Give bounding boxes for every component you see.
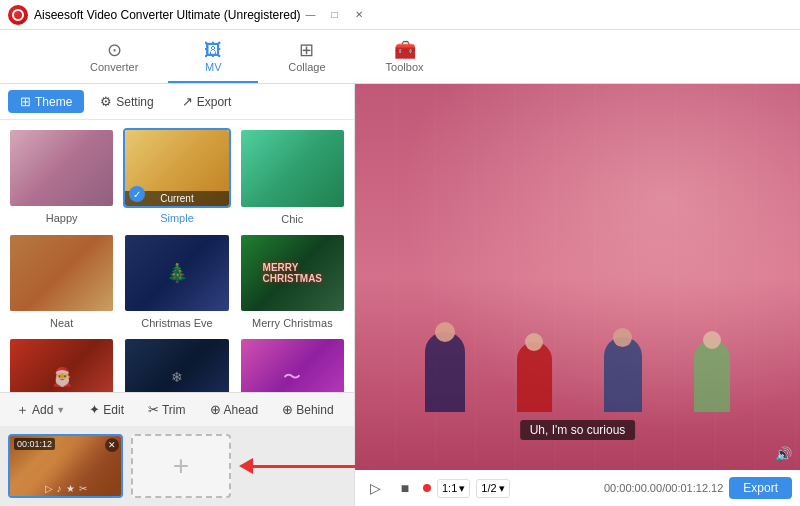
timeline: 00:01:12 ▷ ♪ ★ ✂ ✕ + bbox=[0, 426, 354, 506]
star-clip-icon: ★ bbox=[66, 483, 75, 494]
ratio-dropdown-2: ▾ bbox=[499, 482, 505, 495]
app-logo bbox=[8, 5, 28, 25]
edit-icon: ✦ bbox=[89, 402, 100, 417]
toolbox-icon: 🧰 bbox=[394, 41, 416, 59]
tab-mv-label: MV bbox=[205, 61, 222, 73]
timeline-clip[interactable]: 00:01:12 ▷ ♪ ★ ✂ ✕ bbox=[8, 434, 123, 498]
theme-thumb-stripes-waves: 〜 bbox=[239, 337, 346, 392]
clip-time: 00:01:12 bbox=[14, 438, 55, 450]
add-label: Add bbox=[32, 403, 53, 417]
tab-toolbox-label: Toolbox bbox=[386, 61, 424, 73]
add-clip-button[interactable]: + bbox=[131, 434, 231, 498]
add-plus-icon: + bbox=[173, 452, 189, 480]
current-time: 00:00:00.00 bbox=[604, 482, 662, 494]
theme-item-christmas-eve[interactable]: 🎄 Christmas Eve bbox=[123, 233, 230, 330]
volume-icon: 🔊 bbox=[775, 446, 792, 462]
tab-toolbox[interactable]: 🧰 Toolbox bbox=[356, 35, 454, 83]
video-subtitle: Uh, I'm so curious bbox=[520, 420, 636, 440]
video-controls: ▷ ■ 1:1 ▾ 1/2 ▾ 00:00:00.00/00:01:12.12 … bbox=[355, 470, 800, 506]
video-scene bbox=[355, 84, 800, 470]
titlebar: Aiseesoft Video Converter Ultimate (Unre… bbox=[0, 0, 800, 30]
trim-label: Trim bbox=[162, 403, 186, 417]
tab-collage-label: Collage bbox=[288, 61, 325, 73]
theme-label-neat: Neat bbox=[50, 317, 73, 329]
time-display: 00:00:00.00/00:01:12.12 bbox=[516, 482, 724, 494]
theme-label-simple: Simple bbox=[160, 212, 194, 224]
converter-icon: ⊙ bbox=[107, 41, 122, 59]
theme-grid: Happy Current ✓ Simple Chic bbox=[0, 120, 354, 392]
theme-thumb-neat bbox=[8, 233, 115, 313]
edit-label: Edit bbox=[103, 403, 124, 417]
play-button[interactable]: ▷ bbox=[363, 476, 387, 500]
theme-label-merry-christmas: Merry Christmas bbox=[252, 317, 333, 329]
window-controls: — □ ✕ bbox=[301, 5, 369, 25]
subtab-setting[interactable]: ⚙ Setting bbox=[88, 90, 165, 113]
theme-thumb-happy bbox=[8, 128, 115, 208]
arrow-head bbox=[239, 458, 253, 474]
play-clip-icon: ▷ bbox=[45, 483, 53, 494]
subtab-export[interactable]: ↗ Export bbox=[170, 90, 244, 113]
ratio-select-2[interactable]: 1/2 ▾ bbox=[476, 479, 509, 498]
theme-item-santa-claus[interactable]: 🎅 Santa Claus bbox=[8, 337, 115, 392]
maximize-button[interactable]: □ bbox=[325, 5, 345, 25]
theme-thumb-santa-claus: 🎅 bbox=[8, 337, 115, 392]
left-panel: ⊞ Theme ⚙ Setting ↗ Export Happy bbox=[0, 84, 355, 506]
main-content: ⊞ Theme ⚙ Setting ↗ Export Happy bbox=[0, 84, 800, 506]
app-title: Aiseesoft Video Converter Ultimate (Unre… bbox=[34, 8, 301, 22]
behind-label: Behind bbox=[296, 403, 333, 417]
total-time: 00:01:12.12 bbox=[665, 482, 723, 494]
add-dropdown-arrow: ▼ bbox=[56, 405, 65, 415]
video-preview: Uh, I'm so curious 🔊 bbox=[355, 84, 800, 470]
theme-label-happy: Happy bbox=[46, 212, 78, 224]
theme-thumb-chic bbox=[239, 128, 346, 209]
ahead-label: Ahead bbox=[224, 403, 259, 417]
theme-grid-icon: ⊞ bbox=[20, 94, 31, 109]
theme-item-chic[interactable]: Chic bbox=[239, 128, 346, 225]
behind-button[interactable]: ⊕ Behind bbox=[274, 398, 341, 421]
theme-item-neat[interactable]: Neat bbox=[8, 233, 115, 330]
ratio-select-1[interactable]: 1:1 ▾ bbox=[437, 479, 470, 498]
ratio-value-2: 1/2 bbox=[481, 482, 496, 494]
export-button[interactable]: Export bbox=[729, 477, 792, 499]
tab-collage[interactable]: ⊞ Collage bbox=[258, 35, 355, 83]
tab-converter-label: Converter bbox=[90, 61, 138, 73]
theme-label-chic: Chic bbox=[281, 213, 303, 225]
theme-item-merry-christmas[interactable]: MERRYCHRISTMAS Merry Christmas bbox=[239, 233, 346, 330]
ahead-button[interactable]: ⊕ Ahead bbox=[202, 398, 267, 421]
theme-item-happy[interactable]: Happy bbox=[8, 128, 115, 225]
theme-item-simple[interactable]: Current ✓ Simple bbox=[123, 128, 230, 225]
video-background: Uh, I'm so curious 🔊 bbox=[355, 84, 800, 470]
edit-button[interactable]: ✦ Edit bbox=[81, 398, 132, 421]
ahead-icon: ⊕ bbox=[210, 402, 221, 417]
music-clip-icon: ♪ bbox=[57, 483, 62, 494]
right-panel: Uh, I'm so curious 🔊 ▷ ■ 1:1 ▾ 1/2 ▾ 00:… bbox=[355, 84, 800, 506]
record-indicator bbox=[423, 484, 431, 492]
mv-icon: 🖼 bbox=[204, 41, 222, 59]
theme-item-stripes-waves[interactable]: 〜 Stripes & Waves bbox=[239, 337, 346, 392]
subtab-export-label: Export bbox=[197, 95, 232, 109]
theme-item-snowy-night[interactable]: ❄ Snowy Night bbox=[123, 337, 230, 392]
trim-button[interactable]: ✂ Trim bbox=[140, 398, 194, 421]
add-button[interactable]: ＋ Add ▼ bbox=[8, 397, 73, 423]
export-icon: ↗ bbox=[182, 94, 193, 109]
tab-mv[interactable]: 🖼 MV bbox=[168, 35, 258, 83]
add-icon: ＋ bbox=[16, 401, 29, 419]
ratio-value-1: 1:1 bbox=[442, 482, 457, 494]
theme-thumb-christmas-eve: 🎄 bbox=[123, 233, 230, 313]
minimize-button[interactable]: — bbox=[301, 5, 321, 25]
ratio-dropdown-1: ▾ bbox=[459, 482, 465, 495]
theme-label-christmas-eve: Christmas Eve bbox=[141, 317, 213, 329]
collage-icon: ⊞ bbox=[299, 41, 314, 59]
subtab-theme[interactable]: ⊞ Theme bbox=[8, 90, 84, 113]
theme-thumb-merry-christmas: MERRYCHRISTMAS bbox=[239, 233, 346, 314]
clip-control-icons: ▷ ♪ ★ ✂ bbox=[10, 483, 121, 494]
trim-icon: ✂ bbox=[148, 402, 159, 417]
sub-navigation: ⊞ Theme ⚙ Setting ↗ Export bbox=[0, 84, 354, 120]
tab-converter[interactable]: ⊙ Converter bbox=[60, 35, 168, 83]
setting-gear-icon: ⚙ bbox=[100, 94, 112, 109]
behind-icon: ⊕ bbox=[282, 402, 293, 417]
stop-button[interactable]: ■ bbox=[393, 476, 417, 500]
scissors-clip-icon: ✂ bbox=[79, 483, 87, 494]
clip-close-button[interactable]: ✕ bbox=[105, 438, 119, 452]
close-button[interactable]: ✕ bbox=[349, 5, 369, 25]
